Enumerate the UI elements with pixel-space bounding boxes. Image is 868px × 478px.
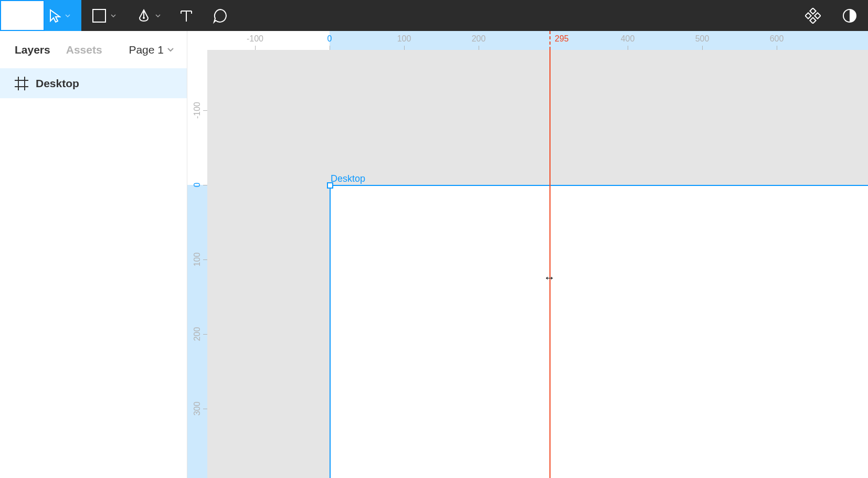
components-icon: [805, 8, 821, 24]
rectangle-icon: [92, 8, 107, 23]
text-tool-button[interactable]: [171, 0, 202, 31]
text-icon: [179, 9, 193, 23]
ruler-tick-label: 400: [621, 34, 635, 44]
ruler-tick-label: 0: [193, 183, 202, 188]
ruler-tick-mark: [203, 409, 207, 409]
vertical-ruler[interactable]: -1000100200300: [187, 50, 207, 478]
left-panel: Layers Assets Page 1 Desktop: [0, 31, 187, 478]
ruler-tick-mark: [404, 46, 405, 50]
panel-tabs: Layers Assets Page 1: [0, 31, 187, 68]
page-selector[interactable]: Page 1: [129, 44, 174, 56]
ruler-tick-mark: [255, 46, 256, 50]
chevron-down-icon: [111, 14, 116, 17]
layer-label: Desktop: [36, 77, 79, 90]
canvas[interactable]: Desktop ↔: [207, 50, 868, 478]
ruler-tick-label: 0: [327, 34, 332, 44]
frame-resize-handle[interactable]: [327, 182, 333, 189]
ruler-tick-mark: [702, 46, 703, 50]
ruler-tick-label: 200: [472, 34, 486, 44]
ruler-tick-label: 200: [193, 327, 202, 341]
svg-rect-16: [805, 13, 811, 18]
frame-tool-button[interactable]: [0, 0, 45, 31]
ruler-tick-mark: [203, 334, 207, 335]
ruler-tick-label: -100: [193, 102, 202, 119]
ruler-tick-mark: [330, 46, 330, 50]
svg-point-8: [143, 17, 145, 19]
canvas-area: -1000100200400500600 295 -1000100200300 …: [187, 31, 868, 478]
chevron-down-icon: [167, 47, 174, 52]
horizontal-ruler[interactable]: -1000100200400500600 295: [207, 31, 868, 50]
mask-button[interactable]: [831, 0, 868, 31]
frame-desktop[interactable]: Desktop: [330, 185, 868, 478]
shape-tool-button[interactable]: [81, 0, 126, 31]
layer-item-desktop[interactable]: Desktop: [0, 68, 187, 98]
cursor-icon: [48, 8, 61, 23]
ruler-tick-mark: [479, 46, 479, 50]
frame-icon: [10, 8, 26, 24]
pen-tool-button[interactable]: [126, 0, 171, 31]
ruler-tick-label: 100: [397, 34, 411, 44]
comment-tool-button[interactable]: [202, 0, 239, 31]
frame-label[interactable]: Desktop: [331, 173, 365, 184]
svg-rect-7: [93, 9, 105, 22]
ruler-tick-label: 100: [193, 253, 202, 267]
ruler-tick-mark: [777, 46, 777, 50]
ruler-corner: [187, 31, 207, 50]
tab-assets[interactable]: Assets: [66, 44, 102, 56]
svg-rect-17: [814, 13, 820, 18]
ruler-tick-label: -100: [247, 34, 263, 44]
svg-rect-14: [810, 8, 816, 14]
guide-position-label: 295: [555, 34, 569, 44]
toolbar: [0, 0, 868, 31]
components-button[interactable]: [795, 0, 831, 31]
chevron-down-icon: [155, 14, 161, 17]
chevron-down-icon: [65, 14, 70, 17]
vertical-guide[interactable]: [549, 50, 551, 478]
ruler-tick-label: 500: [695, 34, 710, 44]
half-circle-icon: [842, 8, 857, 23]
pen-icon: [136, 8, 151, 23]
comment-icon: [213, 8, 228, 24]
ruler-tick-mark: [203, 110, 207, 111]
ruler-tick-mark: [203, 185, 207, 185]
ruler-tick-mark: [203, 259, 207, 260]
tab-layers[interactable]: Layers: [15, 44, 50, 56]
frame-icon: [15, 77, 28, 90]
guide-indicator-dash: [549, 31, 551, 50]
svg-rect-15: [810, 17, 816, 23]
page-selector-label: Page 1: [129, 44, 164, 56]
ruler-tick-label: 300: [193, 402, 202, 416]
ruler-tick-mark: [628, 46, 628, 50]
chevron-down-icon: [30, 14, 35, 17]
ruler-tick-label: 600: [770, 34, 784, 44]
